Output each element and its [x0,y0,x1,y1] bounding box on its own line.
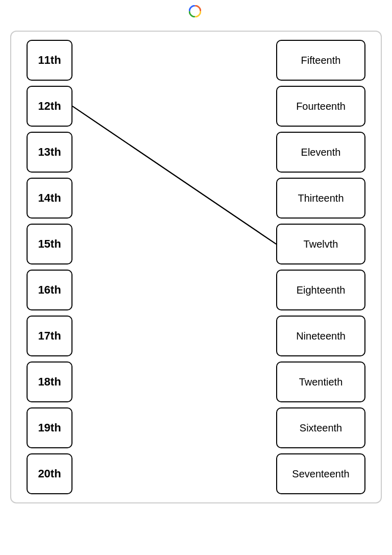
word-box-10: Seventeenth [276,453,365,494]
word-box-4: Thirteenth [276,178,365,219]
number-box-8: 18th [27,361,72,402]
svg-line-1 [72,106,276,244]
columns: 11th12th13th14th15th16th17th18th19th20th… [27,40,365,494]
right-column: FifteenthFourteenthEleventhThirteenthTwe… [276,40,365,494]
word-box-2: Fourteenth [276,86,365,127]
number-box-10: 20th [27,453,72,494]
word-box-7: Nineteenth [276,316,365,356]
left-column: 11th12th13th14th15th16th17th18th19th20th [27,40,72,494]
word-box-5: Twelvth [276,224,365,264]
word-box-6: Eighteenth [276,270,365,310]
word-box-3: Eleventh [276,132,365,173]
number-box-7: 17th [27,316,72,356]
number-box-1: 11th [27,40,72,81]
word-box-1: Fifteenth [276,40,365,81]
number-box-9: 19th [27,407,72,448]
header [189,5,203,27]
word-box-9: Sixteenth [276,407,365,448]
svg-line-2 [72,106,276,244]
worksheet-area: 11th12th13th14th15th16th17th18th19th20th… [10,31,382,503]
number-box-3: 13th [27,132,72,173]
word-box-8: Twentieth [276,361,365,402]
number-box-2: 12th [27,86,72,127]
number-box-4: 14th [27,178,72,219]
number-box-5: 15th [27,224,72,264]
logo-area [189,5,203,17]
logo-icon [189,5,201,17]
number-box-6: 16th [27,270,72,310]
